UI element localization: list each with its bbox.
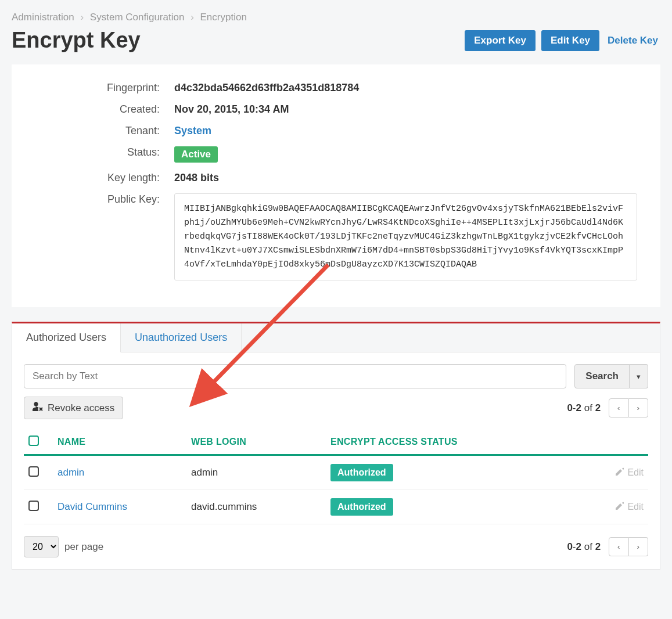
- edit-label: Edit: [627, 467, 644, 478]
- delete-key-button[interactable]: Delete Key: [605, 30, 660, 51]
- public-key-label: Public Key:: [35, 193, 174, 206]
- user-tabs: Authorized Users Unauthorized Users: [12, 323, 660, 352]
- row-checkbox[interactable]: [28, 501, 39, 511]
- breadcrumb-item-administration[interactable]: Administration: [12, 12, 74, 23]
- tab-authorized-users[interactable]: Authorized Users: [12, 323, 121, 352]
- caret-down-icon: ▾: [637, 372, 641, 381]
- breadcrumb: Administration › System Configuration › …: [12, 12, 660, 23]
- status-badge: Active: [174, 146, 218, 163]
- chevron-right-icon: ›: [191, 12, 194, 23]
- edit-key-button[interactable]: Edit Key: [541, 30, 599, 51]
- created-label: Created:: [35, 103, 174, 116]
- key-length-value: 2048 bits: [174, 172, 637, 184]
- user-name-link[interactable]: David Cummins: [58, 501, 127, 512]
- status-badge-authorized: Authorized: [330, 498, 393, 516]
- users-table: NAME WEB LOGIN ENCRYPT ACCESS STATUS adm…: [24, 430, 648, 524]
- created-value: Nov 20, 2015, 10:34 AM: [174, 103, 637, 116]
- pager-text-top: 0-2 of 2: [567, 402, 601, 414]
- per-page-label: per page: [64, 541, 103, 553]
- tenant-link[interactable]: System: [174, 125, 211, 136]
- table-row: David Cummins david.cummins Authorized E…: [24, 490, 648, 524]
- table-row: admin admin Authorized Edit: [24, 455, 648, 490]
- revoke-access-label: Revoke access: [48, 402, 114, 414]
- search-button[interactable]: Search: [574, 364, 630, 388]
- row-checkbox[interactable]: [28, 466, 39, 477]
- page-title: Encrypt Key: [12, 28, 141, 53]
- breadcrumb-item-system-configuration[interactable]: System Configuration: [90, 12, 185, 23]
- edit-row-button[interactable]: Edit: [616, 467, 644, 478]
- public-key-box[interactable]: MIIBIjANBgkqhkiG9w0BAQEFAAOCAQ8AMIIBCgKC…: [174, 193, 637, 280]
- revoke-access-button[interactable]: Revoke access: [24, 397, 123, 419]
- column-header-name[interactable]: NAME: [53, 430, 186, 455]
- key-length-label: Key length:: [35, 172, 174, 184]
- column-header-web-login[interactable]: WEB LOGIN: [186, 430, 326, 455]
- pager-prev-bottom[interactable]: ‹: [609, 537, 628, 556]
- status-label: Status:: [35, 146, 174, 159]
- pager-next-bottom[interactable]: ›: [629, 537, 648, 556]
- chevron-right-icon: ›: [80, 12, 84, 23]
- column-header-status[interactable]: ENCRYPT ACCESS STATUS: [326, 430, 578, 455]
- user-revoke-icon: [33, 402, 43, 414]
- search-dropdown-toggle[interactable]: ▾: [630, 364, 648, 388]
- chevron-right-icon: ›: [637, 542, 639, 551]
- status-badge-authorized: Authorized: [330, 464, 393, 481]
- select-all-checkbox[interactable]: [28, 436, 39, 446]
- pager-next-top[interactable]: ›: [629, 398, 648, 418]
- key-details-panel: Fingerprint: d4c32bda54662d63ffb2a4351d8…: [12, 64, 660, 307]
- pencil-icon: [616, 502, 624, 512]
- user-login: david.cummins: [186, 490, 326, 524]
- fingerprint-value: d4c32bda54662d63ffb2a4351d818784: [174, 82, 637, 94]
- edit-label: Edit: [627, 502, 644, 512]
- search-input[interactable]: [24, 364, 566, 388]
- user-login: admin: [186, 455, 326, 490]
- pager-text-bottom: 0-2 of 2: [567, 541, 601, 553]
- breadcrumb-item-encryption[interactable]: Encryption: [200, 12, 247, 23]
- tab-unauthorized-users[interactable]: Unauthorized Users: [121, 323, 242, 352]
- pager-prev-top[interactable]: ‹: [609, 398, 628, 418]
- pencil-icon: [616, 467, 624, 478]
- chevron-left-icon: ‹: [617, 404, 620, 412]
- tenant-label: Tenant:: [35, 125, 174, 137]
- export-key-button[interactable]: Export Key: [465, 30, 536, 51]
- chevron-left-icon: ‹: [617, 542, 620, 551]
- edit-row-button[interactable]: Edit: [616, 502, 644, 512]
- fingerprint-label: Fingerprint:: [35, 82, 174, 94]
- chevron-right-icon: ›: [637, 404, 639, 412]
- per-page-select[interactable]: 20: [24, 536, 59, 557]
- user-name-link[interactable]: admin: [58, 467, 84, 478]
